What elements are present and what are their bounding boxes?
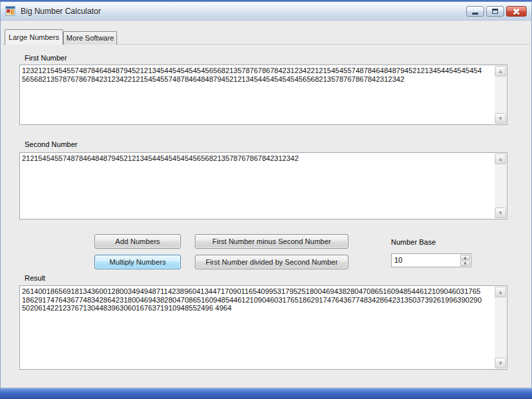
number-base-down-button[interactable]: ▼ [460, 261, 470, 266]
second-number-scrollbar[interactable]: ▲ ▼ [495, 154, 506, 218]
minimize-button[interactable] [466, 6, 484, 17]
close-button[interactable] [506, 6, 527, 17]
minimize-icon [472, 13, 478, 15]
title-bar[interactable]: Big Number Calculator [1, 2, 531, 21]
subtract-numbers-button[interactable]: First Number minus Second Number [195, 234, 348, 249]
number-base-up-button[interactable]: ▲ [460, 255, 470, 260]
first-number-input[interactable]: 1232121545455748784648487945212134544545… [19, 65, 507, 125]
number-base-label: Number Base [391, 238, 436, 246]
maximize-button[interactable] [486, 6, 504, 17]
window: Big Number Calculator Large Numbers More… [0, 1, 532, 388]
scroll-up-button[interactable]: ▲ [495, 287, 506, 297]
app-icon[interactable] [5, 6, 15, 16]
result-value[interactable]: 2614001865691813436001280034949487114238… [22, 287, 483, 368]
taskbar[interactable] [0, 388, 532, 399]
scroll-up-icon: ▲ [499, 157, 502, 161]
result-label: Result [25, 274, 45, 282]
scroll-up-button[interactable]: ▲ [495, 154, 506, 164]
scroll-down-icon: ▼ [499, 211, 502, 215]
close-icon [513, 8, 520, 15]
first-number-value[interactable]: 1232121545455748784648487945212134544545… [22, 66, 483, 123]
number-base-value[interactable]: 10 [394, 254, 402, 267]
number-base-input[interactable]: 10 ▲ ▼ [391, 253, 471, 267]
scroll-down-button[interactable]: ▼ [495, 113, 506, 124]
scroll-down-button[interactable]: ▼ [495, 358, 506, 368]
scroll-up-button[interactable]: ▲ [495, 66, 506, 76]
tab-more-software[interactable]: More Software [63, 31, 117, 45]
multiply-numbers-button[interactable]: Multiply Numbers [94, 255, 181, 269]
window-controls [466, 6, 527, 17]
spin-down-icon: ▼ [464, 262, 467, 265]
divide-numbers-button[interactable]: First Number divided by Second Number [195, 255, 348, 269]
tab-large-numbers[interactable]: Large Numbers [5, 29, 63, 45]
window-title: Big Number Calculator [21, 2, 101, 21]
second-number-label: Second Number [25, 140, 78, 148]
first-number-scrollbar[interactable]: ▲ ▼ [495, 66, 506, 124]
scroll-up-icon: ▲ [499, 290, 502, 294]
second-number-value[interactable]: 2121545455748784648487945212134544545454… [22, 154, 483, 217]
second-number-input[interactable]: 2121545455748784648487945212134544545454… [19, 152, 507, 219]
spin-up-icon: ▲ [464, 256, 467, 259]
result-output[interactable]: 2614001865691813436001280034949487114238… [19, 285, 507, 370]
scroll-down-icon: ▼ [499, 116, 502, 120]
result-scrollbar[interactable]: ▲ ▼ [495, 287, 506, 368]
number-base-spin-buttons: ▲ ▼ [460, 255, 470, 266]
maximize-icon [492, 9, 498, 14]
scroll-down-icon: ▼ [499, 361, 502, 365]
add-numbers-button[interactable]: Add Numbers [94, 234, 181, 249]
scroll-down-button[interactable]: ▼ [495, 207, 506, 218]
first-number-label: First Number [25, 54, 67, 62]
scroll-up-icon: ▲ [499, 69, 502, 73]
